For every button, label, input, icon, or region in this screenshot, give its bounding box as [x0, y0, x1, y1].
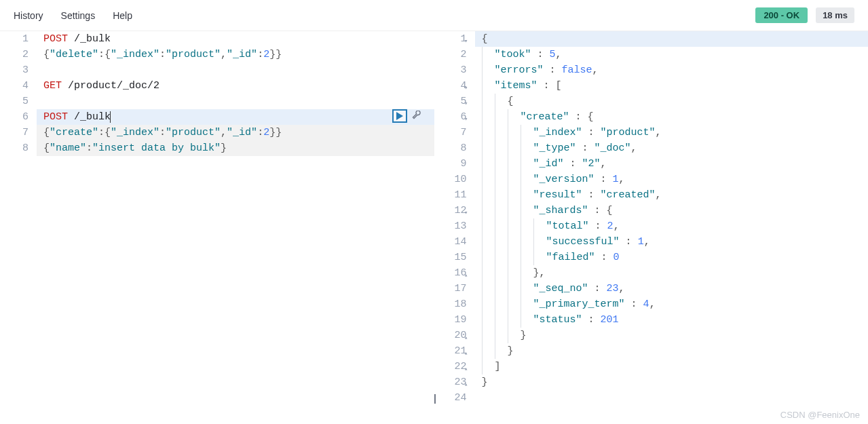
help-menu[interactable]: Help [113, 10, 132, 21]
request-pane[interactable]: 12345678 POST /_bulk{"delete":{"_index":… [0, 31, 434, 424]
history-menu[interactable]: History [14, 10, 43, 21]
response-pane[interactable]: 1▾234▾5▾6▾789101112▾13141516▴17181920▴21… [434, 31, 869, 424]
time-badge: 18 ms [816, 7, 854, 23]
request-gutter: 12345678 [0, 31, 37, 424]
toolbar: History Settings Help 200 - OK 18 ms [0, 0, 868, 31]
run-request-button[interactable] [392, 109, 407, 123]
request-options-button[interactable] [410, 109, 423, 123]
settings-menu[interactable]: Settings [61, 10, 96, 21]
editor-panes: 12345678 POST /_bulk{"delete":{"_index":… [0, 31, 868, 424]
status-badge: 200 - OK [755, 7, 808, 23]
response-gutter: 1▾234▾5▾6▾789101112▾13141516▴17181920▴21… [434, 31, 475, 424]
pane-divider[interactable]: || [434, 393, 434, 404]
response-viewer: { "took" : 5, "errors" : false, "items" … [475, 31, 869, 424]
watermark: CSDN @FeenixOne [780, 410, 860, 420]
request-editor[interactable]: POST /_bulk{"delete":{"_index":"product"… [37, 31, 434, 424]
